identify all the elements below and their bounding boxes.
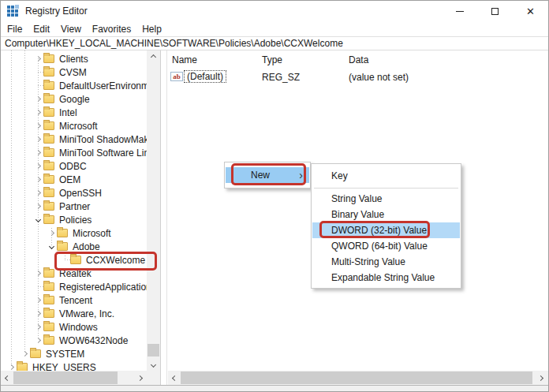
- chevron-right-icon[interactable]: [35, 311, 41, 316]
- folder-icon: [43, 81, 54, 90]
- chevron-down-icon[interactable]: [49, 244, 54, 249]
- submenu-item-string-value[interactable]: String Value: [312, 191, 460, 207]
- tree-item-clients[interactable]: Clients: [1, 52, 147, 65]
- column-header-type[interactable]: Type: [262, 54, 282, 65]
- chevron-right-icon[interactable]: [35, 150, 41, 155]
- scroll-left-button[interactable]: [1, 371, 13, 384]
- registry-app-icon: [7, 6, 18, 17]
- submenu-item-key[interactable]: Key: [312, 166, 460, 185]
- tree-item-minitool-software-lim[interactable]: MiniTool Software Lim: [1, 146, 147, 159]
- chevron-right-icon[interactable]: [35, 338, 41, 343]
- chevron-right-icon[interactable]: [35, 96, 41, 102]
- chevron-right-icon: [136, 375, 142, 380]
- scroll-up-button[interactable]: [147, 50, 159, 63]
- tree-item-label: Microsoft: [71, 228, 113, 239]
- chevron-right-icon[interactable]: [22, 351, 28, 357]
- string-value-icon: ab: [170, 72, 183, 81]
- tree-item-intel[interactable]: Intel: [1, 106, 147, 119]
- folder-icon: [43, 95, 54, 103]
- menu-separator: [314, 188, 458, 189]
- tree-item-registeredapplication[interactable]: RegisteredApplication: [1, 280, 147, 293]
- chevron-right-icon[interactable]: [35, 190, 41, 196]
- chevron-down-icon[interactable]: [35, 217, 41, 222]
- tree-item-tencent[interactable]: Tencent: [1, 293, 147, 307]
- close-button[interactable]: ✕: [513, 1, 548, 21]
- vertical-scroll-thumb[interactable]: [148, 344, 159, 357]
- scroll-down-button[interactable]: [147, 358, 159, 371]
- tree-item-oem[interactable]: OEM: [1, 173, 147, 186]
- maximize-button[interactable]: [477, 1, 513, 21]
- context-menu-item-new[interactable]: New›: [226, 167, 309, 183]
- tree-item-vmware-inc-[interactable]: VMware, Inc.: [1, 307, 147, 320]
- chevron-right-icon[interactable]: [35, 203, 41, 209]
- chevron-right-icon[interactable]: [35, 324, 41, 330]
- tree-item-label: MiniTool Software Lim: [58, 147, 147, 159]
- tree-item-system[interactable]: SYSTEM: [1, 347, 147, 360]
- submenu-item-dword-32-bit-value[interactable]: DWORD (32-bit) Value: [312, 222, 460, 238]
- tree-item-odbc[interactable]: ODBC: [1, 159, 147, 173]
- horizontal-scroll-thumb[interactable]: [13, 371, 118, 384]
- chevron-right-icon[interactable]: [9, 364, 14, 370]
- value-type: REG_SZ: [262, 72, 300, 83]
- chevron-right-icon[interactable]: [35, 123, 41, 129]
- menu-bar: FileEditViewFavoritesHelp: [1, 21, 548, 36]
- menu-edit[interactable]: Edit: [28, 24, 55, 35]
- tree-item-partner[interactable]: Partner: [1, 200, 147, 213]
- chevron-right-icon[interactable]: [35, 271, 41, 276]
- tree-horizontal-scrollbar[interactable]: [1, 371, 148, 385]
- folder-icon: [57, 242, 68, 251]
- window-bottom-edge: [1, 385, 548, 391]
- folder-icon: [43, 282, 54, 291]
- submenu-arrow-icon: ›: [299, 170, 303, 180]
- tree-item-minitool-shadowmak[interactable]: MiniTool ShadowMak: [1, 133, 147, 146]
- tree-item-label: DefaultUserEnvironme: [58, 80, 147, 91]
- tree-item-wow6432node[interactable]: WOW6432Node: [1, 334, 147, 347]
- chevron-right-icon[interactable]: [35, 297, 41, 303]
- tree-item-label: OEM: [58, 174, 82, 185]
- context-menu: New›: [224, 162, 311, 189]
- tree-item-microsoft[interactable]: Microsoft: [1, 119, 147, 133]
- menu-favorites[interactable]: Favorites: [87, 24, 136, 35]
- tree-item-label: HKEY_USERS: [31, 362, 98, 371]
- submenu-item-multi-string-value[interactable]: Multi-String Value: [312, 254, 460, 270]
- chevron-right-icon[interactable]: [35, 136, 41, 142]
- scroll-right-button[interactable]: [534, 371, 547, 384]
- column-header-data[interactable]: Data: [349, 54, 368, 65]
- value-name[interactable]: (Default): [185, 71, 226, 82]
- menu-help[interactable]: Help: [136, 24, 167, 35]
- tree-item-cvsm[interactable]: CVSM: [1, 65, 147, 79]
- tree-item-microsoft[interactable]: Microsoft: [1, 226, 147, 240]
- submenu-item-expandable-string-value[interactable]: Expandable String Value: [312, 270, 460, 286]
- minimize-button[interactable]: [442, 1, 477, 21]
- address-bar[interactable]: Computer\HKEY_LOCAL_MACHINE\SOFTWARE\Pol…: [1, 36, 548, 50]
- tree-item-label: Tencent: [58, 295, 94, 306]
- chevron-right-icon[interactable]: [49, 230, 54, 236]
- column-header-name[interactable]: Name: [172, 54, 197, 65]
- tree-item-google[interactable]: Google: [1, 92, 147, 106]
- tree-vertical-scrollbar[interactable]: [147, 50, 160, 371]
- tree-item-label: Google: [58, 94, 92, 105]
- tree-item-openssh[interactable]: OpenSSH: [1, 186, 147, 200]
- horizontal-scroll-thumb[interactable]: [181, 371, 532, 384]
- folder-icon: [30, 349, 41, 358]
- chevron-right-icon[interactable]: [35, 177, 41, 182]
- scroll-right-button[interactable]: [133, 371, 146, 384]
- chevron-right-icon[interactable]: [35, 56, 41, 62]
- tree-item-label: RegisteredApplication: [58, 282, 147, 293]
- submenu-item-qword-64-bit-value[interactable]: QWORD (64-bit) Value: [312, 238, 460, 254]
- values-horizontal-scrollbar[interactable]: [168, 371, 548, 385]
- menu-file[interactable]: File: [7, 24, 28, 35]
- chevron-right-icon[interactable]: [35, 110, 41, 115]
- tree-item-policies[interactable]: Policies: [1, 213, 147, 226]
- tree-item-hkey-users[interactable]: HKEY_USERS: [1, 360, 147, 371]
- tree-item-windows[interactable]: Windows: [1, 320, 147, 334]
- menu-view[interactable]: View: [55, 24, 87, 35]
- tree-item-defaultuserenvironme[interactable]: DefaultUserEnvironme: [1, 79, 147, 92]
- scroll-left-button[interactable]: [168, 371, 181, 384]
- tree-item-adobe[interactable]: Adobe: [1, 240, 147, 253]
- tree-item-realtek[interactable]: Realtek: [1, 267, 147, 280]
- submenu-item-binary-value[interactable]: Binary Value: [312, 207, 460, 222]
- folder-icon: [43, 202, 54, 211]
- chevron-right-icon[interactable]: [35, 163, 41, 169]
- tree-item-ccxwelcome[interactable]: CCXWelcome: [1, 253, 147, 267]
